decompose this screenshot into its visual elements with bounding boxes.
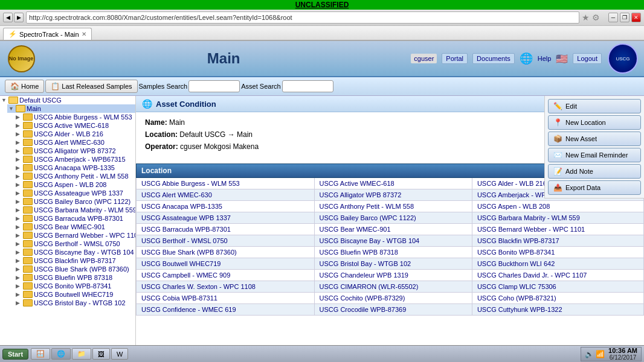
sidebar-item-20[interactable]: ▶ USCG Bonito WPB-87341 xyxy=(14,282,135,290)
sidebar-item-10[interactable]: ▶ USCG Bailey Barco (WPC 1122) xyxy=(14,197,135,206)
sidebar-item-19[interactable]: ▶ USCG Bluefin WPB 87318 xyxy=(14,273,135,282)
tree-toggle-9[interactable]: ▶ xyxy=(16,190,22,196)
table-cell[interactable]: USCG Bluefin WPB 87318 xyxy=(314,247,472,258)
sidebar-item-8[interactable]: ▶ USCG Aspen - WLB 208 xyxy=(14,180,135,189)
tree-toggle-19[interactable]: ▶ xyxy=(16,275,22,281)
table-cell[interactable]: USCG Clamp WLIC 75306 xyxy=(472,281,643,293)
forward-button[interactable]: ▶ xyxy=(14,13,24,22)
export-button[interactable]: 📤 Export Data xyxy=(548,180,641,195)
star-icon[interactable]: ★ xyxy=(582,13,590,22)
table-cell[interactable]: USCG Blackfin WPB-87317 xyxy=(472,235,643,247)
home-button[interactable]: 🏠 Home xyxy=(5,80,44,93)
help-link[interactable]: Help xyxy=(538,55,552,62)
back-button[interactable]: ◀ xyxy=(3,13,13,22)
taskbar-item-5[interactable]: W xyxy=(111,348,128,360)
sidebar-item-22[interactable]: ▶ USCG Bristol Bay - WTGB 102 xyxy=(14,299,135,307)
table-cell[interactable]: USCG Bailey Barco (WPC 1122) xyxy=(314,212,472,224)
sidebar-item-17[interactable]: ▶ USCG Blackfin WPB-87317 xyxy=(14,256,135,265)
table-cell[interactable]: USCG Charles David Jr. - WPC 1107 xyxy=(472,270,643,281)
table-cell[interactable]: USCG Bonito WPB-87341 xyxy=(472,247,643,258)
new-asset-button[interactable]: 📦 New Asset xyxy=(548,132,641,146)
table-cell[interactable]: USCG Bear WMEC-901 xyxy=(314,224,472,235)
table-cell[interactable]: USCG Aspen - WLB 208 xyxy=(472,201,643,212)
sidebar-item-2[interactable]: ▶ USCG Alder - WLB 216 xyxy=(14,130,135,138)
sidebar-item-15[interactable]: ▶ USCG Bertholf - WMSL 0750 xyxy=(14,240,135,248)
tree-toggle-7[interactable]: ▶ xyxy=(16,173,22,179)
sidebar-item-5[interactable]: ▶ USCG Amberjack - WPB67315 xyxy=(14,155,135,164)
sidebar-item-main[interactable]: ▼ Main xyxy=(7,104,135,113)
table-row[interactable]: USCG Anacapa WPB-1335USCG Anthony Petit … xyxy=(137,201,644,212)
table-row[interactable]: USCG Charles W. Sexton - WPC 1108USCG CI… xyxy=(137,281,644,293)
table-cell[interactable]: USCG CIMARRON (WLR-65502) xyxy=(314,281,472,293)
sidebar-item-13[interactable]: ▶ USCG Bear WMEC-901 xyxy=(14,223,135,231)
table-cell[interactable]: USCG Bernard Webber - WPC 1101 xyxy=(472,224,643,235)
tree-toggle-6[interactable]: ▶ xyxy=(16,165,22,171)
sidebar-item-3[interactable]: ▶ USCG Alert WMEC-630 xyxy=(14,138,135,147)
table-row[interactable]: USCG Blue Shark (WPB 87360)USCG Bluefin … xyxy=(137,247,644,258)
sidebar-item-16[interactable]: ▶ USCG Biscayne Bay - WTGB 104 xyxy=(14,248,135,256)
sidebar-item-0[interactable]: ▶ USCG Abbie Burgess - WLM 553 xyxy=(14,113,135,121)
tree-toggle-17[interactable]: ▶ xyxy=(16,258,22,264)
table-cell[interactable]: USCG Cochito (WPB-87329) xyxy=(314,293,472,304)
table-cell[interactable]: USCG Alert WMEC-630 xyxy=(137,189,315,201)
table-row[interactable]: USCG Campbell - WMEC 909USCG Chandeleur … xyxy=(137,270,644,281)
tree-toggle-5[interactable]: ▶ xyxy=(16,156,22,162)
sidebar-item-6[interactable]: ▶ USCG Anacapa WPB-1335 xyxy=(14,164,135,172)
close-button[interactable]: ✕ xyxy=(631,13,641,22)
add-note-button[interactable]: 📝 Add Note xyxy=(548,164,641,179)
sidebar-item-11[interactable]: ▶ USCG Barbara Mabrity - WLM 559 xyxy=(14,206,135,214)
start-button[interactable]: Start xyxy=(2,349,28,360)
tree-toggle-18[interactable]: ▶ xyxy=(16,266,22,272)
restore-button[interactable]: ❐ xyxy=(620,13,630,22)
table-cell[interactable]: USCG Anacapa WPB-1335 xyxy=(137,201,315,212)
tree-toggle-10[interactable]: ▶ xyxy=(16,198,22,205)
tree-toggle-4[interactable]: ▶ xyxy=(16,148,22,154)
table-cell[interactable]: USCG Cobia WPB-87311 xyxy=(137,293,315,304)
samples-search-input[interactable] xyxy=(188,80,240,92)
table-row[interactable]: USCG Barracuda WPB-87301USCG Bear WMEC-9… xyxy=(137,224,644,235)
table-cell[interactable]: USCG Coho (WPB-87321) xyxy=(472,293,643,304)
tree-toggle-11[interactable]: ▶ xyxy=(16,207,22,213)
sidebar-item-12[interactable]: ▶ USCG Barracuda WPB-87301 xyxy=(14,214,135,223)
sidebar-item-18[interactable]: ▶ USCG Blue Shark (WPB 87360) xyxy=(14,265,135,273)
table-cell[interactable]: USCG Barbara Mabrity - WLM 559 xyxy=(472,212,643,224)
logout-btn[interactable]: Logout xyxy=(573,53,602,64)
tree-toggle-8[interactable]: ▶ xyxy=(16,182,22,188)
taskbar-item-2[interactable]: 🌐 xyxy=(51,348,71,360)
table-row[interactable]: USCG Boutwell WHEC719USCG Bristol Bay - … xyxy=(137,258,644,270)
tree-toggle-main[interactable]: ▼ xyxy=(8,106,14,112)
portal-btn[interactable]: Portal xyxy=(442,53,468,64)
new-email-button[interactable]: ✉️ New Email Reminder xyxy=(548,148,641,162)
table-cell[interactable]: USCG Crocodile WPB-87369 xyxy=(314,304,472,316)
taskbar-item-1[interactable]: 🪟 xyxy=(31,348,50,360)
sidebar-item-14[interactable]: ▶ USCG Bernard Webber - WPC 1101 xyxy=(14,231,135,240)
table-row[interactable]: USCG Confidence - WMEC 619USCG Crocodile… xyxy=(137,304,644,316)
sidebar-item-7[interactable]: ▶ USCG Anthony Petit - WLM 558 xyxy=(14,172,135,180)
asset-search-input[interactable] xyxy=(282,80,333,92)
tree-toggle-0[interactable]: ▶ xyxy=(16,114,22,120)
table-cell[interactable]: USCG Active WMEC-618 xyxy=(314,178,472,189)
tree-toggle-16[interactable]: ▶ xyxy=(16,249,22,255)
tree-toggle-1[interactable]: ▶ xyxy=(16,122,22,129)
tree-toggle-22[interactable]: ▶ xyxy=(16,300,22,306)
table-cell[interactable]: USCG Chandeleur WPB 1319 xyxy=(314,270,472,281)
sidebar-item-1[interactable]: ▶ USCG Active WMEC-618 xyxy=(14,121,135,130)
tree-toggle-20[interactable]: ▶ xyxy=(16,283,22,289)
new-location-button[interactable]: 📍 New Location xyxy=(548,115,641,130)
taskbar-item-3[interactable]: 📁 xyxy=(72,348,91,360)
address-bar[interactable]: http://cg.spectrotrack.com:8080/Xman2/cu… xyxy=(26,11,579,24)
table-cell[interactable]: USCG Barracuda WPB-87301 xyxy=(137,224,315,235)
table-cell[interactable]: USCG Assateague WPB 1337 xyxy=(137,212,315,224)
tree-toggle-14[interactable]: ▶ xyxy=(16,232,22,238)
table-cell[interactable]: USCG Cuttyhunk WPB-1322 xyxy=(472,304,643,316)
edit-button[interactable]: ✏️ Edit xyxy=(548,99,641,113)
tree-toggle-13[interactable]: ▶ xyxy=(16,224,22,230)
last-released-button[interactable]: 📋 Last Released Samples xyxy=(45,80,137,93)
sidebar-item-21[interactable]: ▶ USCG Boutwell WHEC719 xyxy=(14,290,135,299)
table-cell[interactable]: USCG Biscayne Bay - WTGB 104 xyxy=(314,235,472,247)
minimize-button[interactable]: ─ xyxy=(608,13,618,22)
documents-btn[interactable]: Documents xyxy=(472,53,515,64)
table-cell[interactable]: USCG Blue Shark (WPB 87360) xyxy=(137,247,315,258)
table-cell[interactable]: USCG Bertholf - WMSL 0750 xyxy=(137,235,315,247)
taskbar-item-4[interactable]: 🖼 xyxy=(92,348,110,360)
